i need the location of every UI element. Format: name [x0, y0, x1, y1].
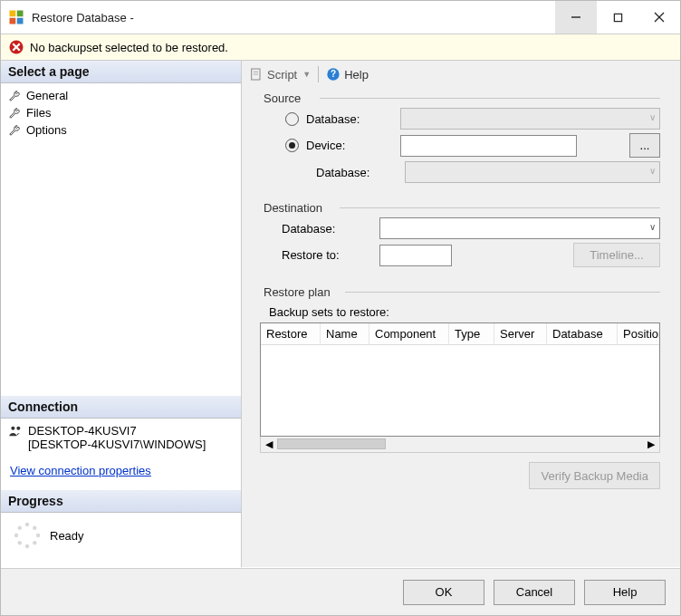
- app-icon: [8, 9, 24, 25]
- restore-to-input[interactable]: [379, 245, 452, 266]
- horizontal-scrollbar[interactable]: ◀ ▶: [260, 437, 660, 453]
- restore-plan-group: Restore plan Backup sets to restore: Res…: [247, 285, 667, 558]
- connection-icon: [8, 424, 23, 438]
- view-connection-link[interactable]: View connection properties: [1, 455, 241, 490]
- minimize-button[interactable]: [555, 1, 597, 34]
- svg-point-13: [25, 523, 30, 527]
- restore-plan-legend: Restore plan: [264, 285, 660, 299]
- sidebar: Select a page General Files Options Conn…: [1, 61, 242, 567]
- warning-bar: No backupset selected to be restored.: [1, 34, 680, 61]
- cancel-button[interactable]: Cancel: [494, 580, 575, 605]
- ellipsis-label: ...: [640, 139, 650, 152]
- dest-database-combo[interactable]: ∨: [379, 217, 660, 239]
- svg-text:?: ?: [331, 69, 336, 79]
- col-restore[interactable]: Restore: [261, 323, 321, 344]
- svg-rect-2: [10, 18, 16, 24]
- source-group: Source Database: ∨ Device: ... Database:: [247, 91, 667, 196]
- spinner-icon: [14, 522, 41, 549]
- select-page-header: Select a page: [1, 61, 241, 83]
- script-icon: [249, 67, 264, 82]
- error-icon: [8, 39, 24, 55]
- svg-rect-0: [10, 11, 16, 17]
- window-controls: [555, 1, 680, 34]
- svg-point-18: [18, 541, 23, 545]
- script-label: Script: [267, 68, 297, 82]
- page-label: General: [26, 89, 68, 102]
- scroll-left-icon[interactable]: ◀: [261, 438, 277, 450]
- device-input[interactable]: [400, 135, 577, 157]
- server-name: DESKTOP-4KUSVI7: [28, 424, 234, 438]
- scroll-thumb[interactable]: [277, 438, 386, 449]
- svg-point-20: [18, 526, 23, 531]
- ok-label: OK: [436, 585, 453, 599]
- col-name[interactable]: Name: [321, 323, 369, 344]
- svg-point-17: [25, 544, 30, 549]
- timeline-label: Timeline...: [590, 248, 643, 262]
- backup-sets-table[interactable]: Restore Name Component Type Server Datab…: [260, 322, 660, 437]
- login-name: [DESKTOP-4KUSVI7\WINDOWS]: [28, 438, 234, 451]
- help-button[interactable]: ? Help: [326, 67, 369, 82]
- destination-group: Destination Database: ∨ Restore to: Time…: [247, 201, 667, 280]
- svg-point-12: [16, 427, 20, 430]
- chevron-down-icon: ▼: [302, 70, 311, 79]
- page-item-options[interactable]: Options: [3, 121, 239, 139]
- timeline-button: Timeline...: [573, 243, 660, 267]
- col-component[interactable]: Component: [369, 323, 449, 344]
- progress-header: Progress: [1, 490, 241, 513]
- source-database-combo: ∨: [400, 108, 660, 130]
- svg-rect-1: [17, 11, 24, 17]
- col-server[interactable]: Server: [494, 323, 547, 344]
- svg-point-14: [33, 526, 37, 531]
- browse-device-button[interactable]: ...: [629, 133, 660, 158]
- chevron-down-icon: ∨: [649, 222, 656, 232]
- source-legend: Source: [264, 91, 660, 105]
- main-panel: Script ▼ ? Help Source Database: ∨: [242, 61, 680, 567]
- svg-point-19: [14, 534, 19, 538]
- verify-label: Verify Backup Media: [541, 469, 648, 483]
- svg-point-16: [33, 541, 37, 545]
- radio-device[interactable]: [285, 139, 299, 152]
- page-item-general[interactable]: General: [3, 87, 239, 104]
- ok-button[interactable]: OK: [403, 580, 484, 605]
- maximize-button[interactable]: [597, 1, 638, 34]
- svg-rect-3: [17, 18, 24, 24]
- col-database[interactable]: Database: [547, 323, 618, 344]
- window-title: Restore Database -: [32, 11, 555, 24]
- connection-info: DESKTOP-4KUSVI7 [DESKTOP-4KUSVI7\WINDOWS…: [28, 424, 234, 451]
- toolbar: Script ▼ ? Help: [247, 64, 667, 88]
- script-button[interactable]: Script ▼: [249, 67, 311, 82]
- radio-database[interactable]: [285, 112, 299, 126]
- chevron-down-icon: ∨: [649, 112, 656, 122]
- plan-subtitle: Backup sets to restore:: [269, 305, 660, 319]
- svg-point-15: [36, 534, 41, 538]
- scroll-right-icon[interactable]: ▶: [643, 438, 659, 450]
- radio-database-label: Database:: [306, 112, 393, 126]
- restore-to-label: Restore to:: [282, 248, 372, 262]
- page-item-files[interactable]: Files: [3, 104, 239, 121]
- wrench-icon: [8, 107, 21, 120]
- page-label: Options: [26, 123, 67, 137]
- help-icon: ?: [326, 67, 340, 82]
- verify-backup-button: Verify Backup Media: [529, 462, 660, 489]
- wrench-icon: [8, 90, 21, 102]
- progress-text: Ready: [50, 529, 84, 543]
- table-header: Restore Name Component Type Server Datab…: [261, 323, 659, 345]
- dest-database-label: Database:: [282, 222, 372, 236]
- radio-device-label: Device:: [306, 139, 393, 152]
- device-database-combo: ∨: [405, 161, 660, 183]
- title-bar: Restore Database -: [1, 1, 680, 34]
- warning-text: No backupset selected to be restored.: [30, 41, 228, 54]
- destination-legend: Destination: [264, 201, 660, 215]
- wrench-icon: [8, 124, 21, 137]
- col-type[interactable]: Type: [449, 323, 494, 344]
- close-button[interactable]: [638, 1, 680, 34]
- chevron-down-icon: ∨: [649, 166, 656, 176]
- dialog-footer: OK Cancel Help: [1, 568, 680, 615]
- device-database-label: Database:: [316, 166, 398, 179]
- connection-header: Connection: [1, 396, 241, 419]
- cancel-label: Cancel: [516, 585, 552, 599]
- col-position[interactable]: Position: [618, 323, 659, 344]
- page-label: Files: [26, 106, 51, 120]
- help-button[interactable]: Help: [584, 580, 666, 605]
- svg-rect-5: [614, 14, 621, 21]
